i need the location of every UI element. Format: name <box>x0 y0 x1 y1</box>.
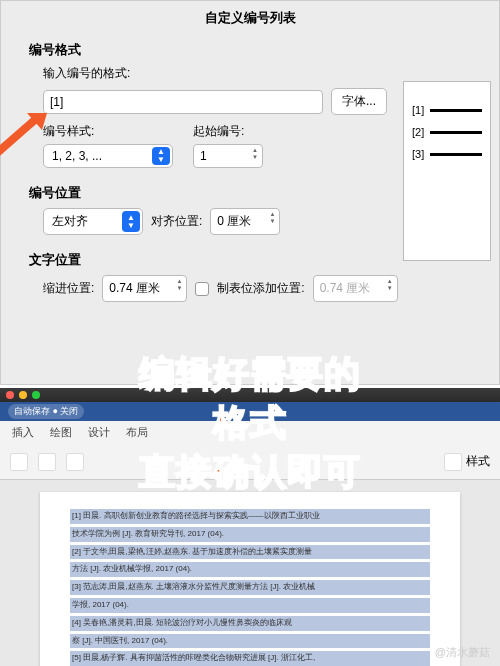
watermark: @清水蘑菇 <box>435 645 490 660</box>
ref-line[interactable]: 方法 [J]. 农业机械学报, 2017 (04). <box>70 562 430 577</box>
tab-label: 制表位添加位置: <box>217 280 304 297</box>
ref-line[interactable]: [5] 田晨,杨子辉. 具有抑菌活性的咔唑类化合物研究进展 [J]. 浙江化工, <box>70 651 430 666</box>
word-window: 自动保存 ● 关闭 插入 绘图 设计 布局 样式 [1] 田晨. 高职创新创业教… <box>0 388 500 666</box>
dialog-title: 自定义编号列表 <box>1 1 499 35</box>
styles-label: 样式 <box>466 453 490 470</box>
word-titlebar: 自动保存 ● 关闭 <box>0 402 500 421</box>
document-area[interactable]: [1] 田晨. 高职创新创业教育的路径选择与探索实践——以陕西工业职业 技术学院… <box>0 480 500 666</box>
start-number-stepper[interactable]: 1 <box>193 144 263 168</box>
ref-line[interactable]: 学报, 2017 (04). <box>70 598 430 613</box>
arrow-annotation <box>0 108 62 158</box>
maximize-icon[interactable] <box>32 391 40 399</box>
minimize-icon[interactable] <box>19 391 27 399</box>
tab-insert[interactable]: 插入 <box>12 425 34 440</box>
paste-button[interactable] <box>10 453 28 471</box>
input-format-label: 输入编号的格式: <box>43 65 481 82</box>
ref-line[interactable]: 察 [J]. 中国医刊, 2017 (04). <box>70 634 430 649</box>
ref-line[interactable]: [1] 田晨. 高职创新创业教育的路径选择与探索实践——以陕西工业职业 <box>70 509 430 524</box>
tab-checkbox[interactable] <box>195 282 209 296</box>
format-section-label: 编号格式 <box>29 41 481 59</box>
tab-draw[interactable]: 绘图 <box>50 425 72 440</box>
number-list-dialog: 自定义编号列表 编号格式 输入编号的格式: 字体... 编号样式: 1, 2, … <box>0 0 500 385</box>
start-label: 起始编号: <box>193 123 263 140</box>
tab-layout[interactable]: 布局 <box>126 425 148 440</box>
chevron-updown-icon: ▲▼ <box>127 214 135 230</box>
style-select[interactable]: 1, 2, 3, ...▲▼ <box>43 144 173 168</box>
indent-stepper[interactable]: 0.74 厘米 <box>102 275 187 302</box>
cut-button[interactable] <box>38 453 56 471</box>
close-icon[interactable] <box>6 391 14 399</box>
ref-line[interactable]: [4] 吴春艳,潘灵莉,田晨. 短轮波治疗对小儿慢性鼻窦炎的临床观 <box>70 616 430 631</box>
tab-value-stepper: 0.74 厘米 <box>313 275 398 302</box>
ref-line[interactable]: 技术学院为例 [J]. 教育研究导刊, 2017 (04). <box>70 527 430 542</box>
font-button[interactable]: 字体... <box>331 88 387 115</box>
align-pos-label: 对齐位置: <box>151 213 202 230</box>
styles-button[interactable] <box>444 453 462 471</box>
align-pos-stepper[interactable]: 0 厘米 <box>210 208 280 235</box>
tab-design[interactable]: 设计 <box>88 425 110 440</box>
ref-line[interactable]: [2] 于文华,田晨,梁艳,汪婷,赵燕东. 基于加速度补偿的土壤紧实度测量 <box>70 545 430 560</box>
auto-save-toggle[interactable]: 自动保存 ● 关闭 <box>8 404 84 419</box>
copy-button[interactable] <box>66 453 84 471</box>
align-select[interactable]: 左对齐▲▼ <box>43 208 143 235</box>
mac-titlebar <box>0 388 500 402</box>
indent-label: 缩进位置: <box>43 280 94 297</box>
ribbon-tabs: 插入 绘图 设计 布局 <box>0 421 500 444</box>
ribbon: 样式 <box>0 444 500 480</box>
style-label: 编号样式: <box>43 123 173 140</box>
document-page: [1] 田晨. 高职创新创业教育的路径选择与探索实践——以陕西工业职业 技术学院… <box>40 492 460 666</box>
format-input[interactable] <box>43 90 323 114</box>
chevron-updown-icon: ▲▼ <box>157 148 165 164</box>
preview-box: [1] [2] [3] <box>403 81 491 261</box>
ref-line[interactable]: [3] 范志涛,田晨,赵燕东. 土壤溶液水分监性尺度测量方法 [J]. 农业机械 <box>70 580 430 595</box>
